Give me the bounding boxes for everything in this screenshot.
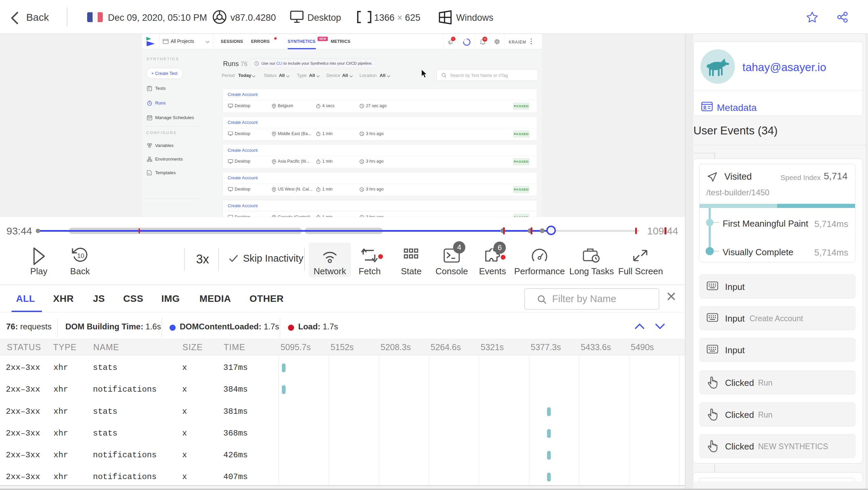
svg-text:10: 10 [77,252,84,259]
